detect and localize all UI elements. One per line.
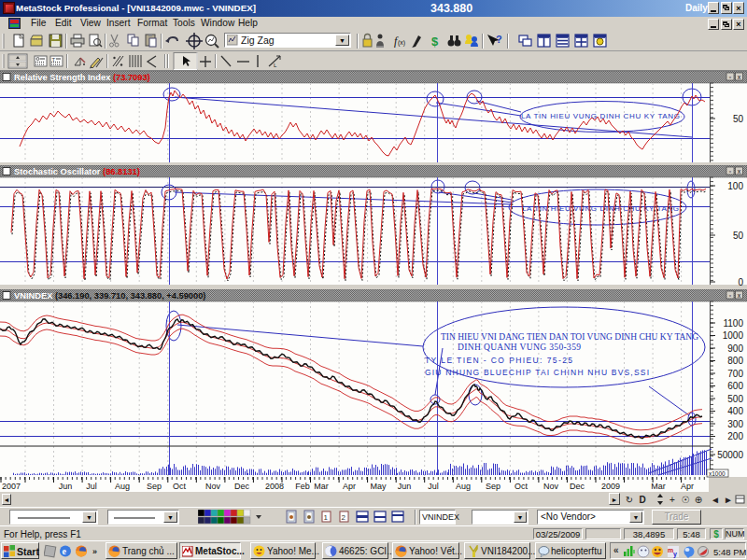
svg-text:Mar: Mar: [651, 482, 666, 491]
svg-text:y: y: [673, 551, 677, 558]
svg-text:Apr: Apr: [343, 482, 356, 491]
svg-text:400: 400: [727, 406, 743, 416]
svg-text:50000: 50000: [717, 450, 743, 460]
svg-text:D: D: [639, 495, 645, 505]
svg-text:LA TIN HIEU VUNG DINH CHU KY T: LA TIN HIEU VUNG DINH CHU KY TANG: [521, 112, 680, 120]
svg-text:May: May: [370, 482, 387, 491]
svg-text:900: 900: [727, 343, 743, 354]
svg-text:Aug: Aug: [115, 482, 130, 491]
svg-text:☉: ☉: [682, 495, 690, 505]
svg-text:2009: 2009: [601, 482, 620, 491]
svg-text:Jul: Jul: [86, 482, 97, 491]
svg-text:x1000: x1000: [709, 470, 726, 477]
svg-text:2008: 2008: [265, 482, 284, 491]
svg-text:▫: ▫: [729, 168, 731, 175]
svg-text:Feb: Feb: [295, 482, 310, 491]
svg-text:Oct: Oct: [173, 482, 187, 491]
svg-text:300: 300: [727, 419, 743, 429]
svg-text:Apr: Apr: [681, 482, 694, 491]
svg-text:Stochastic Oscillator (86.8131: Stochastic Oscillator (86.8131): [14, 167, 140, 176]
svg-text:Aug: Aug: [456, 482, 471, 491]
svg-text:Sep: Sep: [147, 482, 162, 491]
svg-text:x: x: [738, 292, 741, 299]
svg-text:1100: 1100: [723, 318, 743, 329]
svg-text:Relative Strength Index (73.70: Relative Strength Index (73.7093): [14, 73, 150, 82]
svg-text:Oct: Oct: [514, 482, 529, 491]
svg-text:▫: ▫: [729, 292, 731, 299]
svg-text:50: 50: [733, 231, 744, 241]
svg-text:▫: ▫: [729, 74, 731, 80]
svg-text:(x): (x): [398, 39, 405, 47]
svg-text:↻: ↻: [626, 495, 633, 505]
svg-text:e: e: [63, 546, 67, 556]
svg-text:x: x: [738, 74, 741, 80]
svg-text:Nov: Nov: [543, 482, 559, 491]
svg-text:◄: ◄: [711, 495, 720, 505]
svg-text:►: ►: [724, 495, 733, 505]
svg-text:0: 0: [738, 277, 743, 287]
svg-text:500: 500: [727, 394, 743, 404]
svg-text:1: 1: [324, 513, 329, 522]
svg-text:Sep: Sep: [486, 482, 500, 491]
svg-text:Jul: Jul: [428, 482, 439, 491]
svg-text:Jun: Jun: [59, 482, 73, 491]
svg-text:1000: 1000: [723, 330, 744, 341]
svg-text:TIN HIEU VNI DANG TIEN DAN TOI: TIN HIEU VNI DANG TIEN DAN TOI VUNG DINH…: [441, 332, 698, 342]
svg-text:GIU NHUNG BLUECHIP TAI CHINH N: GIU NHUNG BLUECHIP TAI CHINH NHU BVS,SSI: [425, 368, 649, 377]
svg-text:x: x: [738, 168, 741, 175]
svg-text:TY LE TIEN - CO PHIEU: 75-25: TY LE TIEN - CO PHIEU: 75-25: [425, 356, 572, 365]
svg-text:200: 200: [727, 431, 743, 441]
svg-text:⊕: ⊕: [695, 495, 702, 505]
svg-text:Nov: Nov: [205, 482, 221, 491]
svg-text:Mar: Mar: [314, 482, 329, 491]
svg-text:+: +: [669, 495, 675, 505]
svg-text:$: $: [431, 35, 439, 49]
svg-text:VNINDEX (346.190, 339.710, 343: VNINDEX (346.190, 339.710, 343.880, +4.5…: [14, 291, 205, 301]
svg-text:T: T: [52, 57, 56, 63]
svg-text:2007: 2007: [2, 482, 21, 491]
svg-text:50: 50: [733, 114, 744, 124]
svg-text:?: ?: [496, 34, 502, 45]
svg-text:700: 700: [727, 369, 743, 379]
svg-text:»: »: [92, 547, 97, 556]
svg-text:Dec: Dec: [570, 482, 585, 491]
svg-text:800: 800: [727, 356, 743, 366]
svg-text:L: L: [274, 63, 277, 68]
svg-text:Jun: Jun: [398, 482, 412, 491]
svg-text:DINH QUANH VUNG 350-359: DINH QUANH VUNG 350-359: [458, 343, 581, 352]
svg-text:100: 100: [727, 181, 743, 191]
svg-text:600: 600: [727, 381, 743, 391]
svg-text:Dec: Dec: [234, 482, 250, 491]
svg-text:2: 2: [342, 513, 346, 522]
